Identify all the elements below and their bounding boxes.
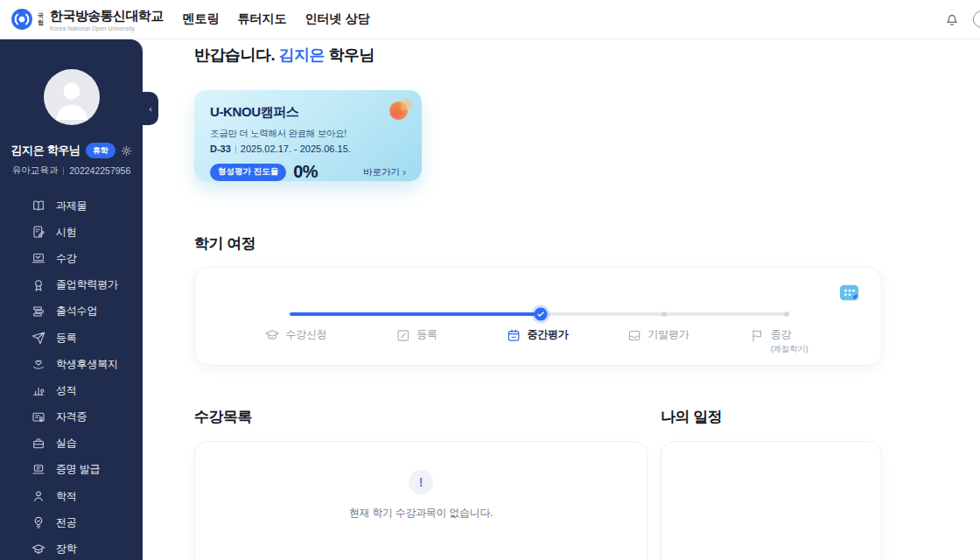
progress-label-badge: 형성평가 진도율	[210, 164, 286, 181]
greeting-prefix: 반갑습니다.	[194, 46, 275, 64]
sidebar-item-registration[interactable]: 등록	[32, 325, 143, 351]
course-list-card: ! 현재 학기 수강과목이 없습니다.	[194, 441, 648, 560]
sidebar-item-label: 시험	[56, 225, 77, 240]
sidebar-item-major[interactable]: 전공	[32, 509, 143, 536]
scholarship-icon	[32, 542, 46, 556]
sidebar-item-exams[interactable]: 시험	[32, 219, 143, 245]
logo-national-label: 국립	[38, 12, 46, 26]
header-right	[943, 10, 980, 28]
sidebar-item-label: 수강	[56, 251, 77, 266]
university-logo[interactable]: 국립 한국방송통신대학교 Korea National Open Univers…	[10, 8, 164, 32]
exam-icon	[32, 225, 46, 239]
uknou-card-bottom-row: 형성평가 진도율 0% 바로가기 ›	[210, 162, 406, 182]
graduation-eval-icon	[32, 278, 46, 292]
student-welfare-icon	[32, 357, 46, 371]
department-label: 유아교육과	[12, 164, 59, 177]
bell-icon[interactable]	[943, 10, 961, 28]
logo-title: 한국방송통신대학교	[50, 8, 164, 24]
flag-icon	[750, 328, 765, 343]
sidebar-item-label: 졸업학력평가	[56, 277, 118, 292]
calendar-check-icon	[507, 328, 522, 343]
course-list-title: 수강목록	[194, 407, 648, 427]
sidebar-item-courses[interactable]: 수강	[32, 245, 143, 271]
orange-orb-icon	[389, 102, 408, 120]
uknou-campus-card[interactable]: U-KNOU캠퍼스 조금만 더 노력해서 완료해 보아요! D-33 2025.…	[194, 90, 422, 181]
bottom-panels: 수강목록 ! 현재 학기 수강과목이 없습니다. 나의 일정	[194, 407, 980, 560]
top-header: 국립 한국방송통신대학교 Korea National Open Univers…	[0, 0, 980, 39]
practicum-icon	[32, 437, 46, 451]
journey-progress-track	[290, 312, 787, 316]
sidebar-collapse-button[interactable]: ‹	[143, 92, 158, 125]
semester-period: 2025.02.17. - 2025.06.15.	[241, 144, 351, 154]
sidebar-item-practicum[interactable]: 실습	[32, 430, 143, 457]
calendar-icon[interactable]	[839, 283, 860, 302]
nav-tutor-guidance[interactable]: 튜터지도	[238, 11, 287, 27]
sidebar-item-scholarship[interactable]: 장학	[32, 536, 143, 560]
profile-icon[interactable]	[973, 10, 980, 28]
my-schedule-card	[661, 441, 882, 560]
step-midterm-eval[interactable]: 중간평가	[507, 327, 569, 343]
sidebar-item-label: 출석수업	[56, 304, 97, 318]
sidebar-item-student-welfare[interactable]: 학생후생복지	[32, 351, 143, 377]
my-schedule-title: 나의 일정	[661, 407, 882, 427]
university-logo-icon	[10, 8, 33, 31]
goto-link-label: 바로가기	[363, 166, 400, 178]
logo-text: 한국방송통신대학교 Korea National Open University	[50, 8, 164, 32]
step-semester-end[interactable]: 종강 (계절학기)	[750, 327, 808, 355]
step-final-eval[interactable]: 기말평가	[627, 327, 690, 343]
empty-courses-message: 현재 학기 수강과목이 없습니다.	[349, 506, 493, 521]
progress-dot	[662, 312, 667, 317]
attendance-class-icon	[32, 304, 46, 318]
sidebar-item-label: 학적	[56, 489, 77, 504]
logo-subtitle: Korea National Open University	[50, 25, 164, 32]
sidebar-item-assignments[interactable]: 과제물	[32, 192, 143, 219]
status-badge: 휴학	[86, 143, 116, 158]
course-icon	[32, 251, 46, 265]
progress-check-icon	[534, 308, 547, 321]
sidebar-item-certificates[interactable]: 자격증	[32, 404, 143, 430]
goto-link[interactable]: 바로가기 ›	[363, 166, 406, 178]
dday-counter: D-33	[210, 144, 231, 154]
grades-icon	[32, 383, 46, 397]
avatar[interactable]	[44, 69, 100, 125]
exclamation-icon: !	[409, 470, 433, 494]
uknou-card-period-row: D-33 2025.02.17. - 2025.06.15.	[210, 144, 406, 154]
sidebar-item-student-records[interactable]: 학적	[32, 483, 143, 509]
gear-icon[interactable]	[121, 145, 132, 157]
pencil-square-icon	[396, 328, 410, 343]
step-label: 기말평가	[648, 327, 690, 342]
nav-mentoring[interactable]: 멘토링	[183, 11, 220, 27]
profile-meta: 유아교육과 202242257956	[12, 164, 131, 177]
sidebar-item-label: 학생후생복지	[56, 357, 118, 372]
greeting-user-name: 김지은	[279, 46, 326, 64]
step-label: 등록	[416, 327, 437, 342]
progress-percentage: 0%	[293, 162, 318, 182]
progress-dot	[784, 312, 789, 317]
sidebar-item-graduation-eval[interactable]: 졸업학력평가	[32, 272, 143, 298]
sidebar-item-attendance-class[interactable]: 출석수업	[32, 298, 143, 325]
step-registration[interactable]: 등록	[396, 327, 437, 343]
profile-name-row: 김지은 학우님 휴학	[10, 143, 132, 158]
sidebar-item-label: 전공	[56, 515, 77, 530]
step-label-main: 종강	[771, 328, 791, 340]
top-nav: 멘토링 튜터지도 인터넷 상담	[183, 11, 370, 27]
chevron-left-icon: ‹	[149, 103, 152, 114]
step-course-application[interactable]: 수강신청	[265, 327, 327, 343]
graduation-cap-icon	[265, 328, 280, 343]
journey-steps: 수강신청 등록 중간평가	[195, 327, 881, 359]
sidebar-item-grades[interactable]: 성적	[32, 377, 143, 403]
sidebar: 김지은 학우님 휴학 유아교육과 202242257956 과제물	[0, 39, 143, 560]
sidebar-item-document-issue[interactable]: 증명 발급	[32, 457, 143, 483]
registration-icon	[32, 331, 46, 345]
uknou-card-message: 조금만 더 노력해서 완료해 보아요!	[210, 128, 406, 140]
greeting-suffix: 학우님	[329, 46, 375, 64]
course-list-empty-state: ! 현재 학기 수강과목이 없습니다.	[195, 442, 647, 560]
journey-card: 수강신청 등록 중간평가	[194, 267, 882, 366]
nav-internet-counseling[interactable]: 인터넷 상담	[305, 11, 370, 27]
sidebar-menu: 과제물 시험 수강 졸업학력평가	[0, 192, 143, 560]
sidebar-item-label: 자격증	[56, 410, 87, 424]
uknou-card-title: U-KNOU캠퍼스	[210, 104, 406, 121]
journey-section-title: 학기 여정	[194, 234, 980, 254]
course-list-section: 수강목록 ! 현재 학기 수강과목이 없습니다.	[194, 407, 648, 560]
chevron-right-icon: ›	[402, 166, 406, 178]
